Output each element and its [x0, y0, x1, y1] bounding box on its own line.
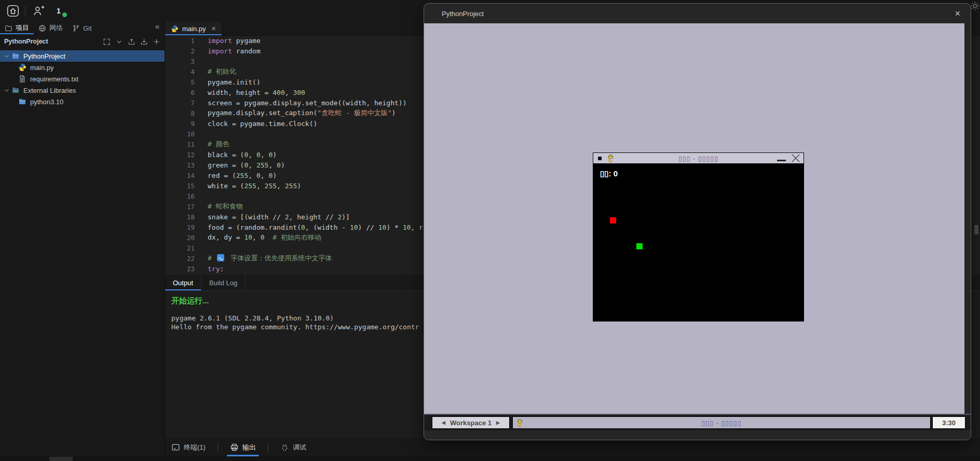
sidebar-tab-project[interactable]: 项目: [0, 22, 34, 34]
taskbar-remnant: [49, 457, 73, 461]
code-text: clock = pygame.time.Clock(): [195, 120, 317, 128]
add-user-icon[interactable]: [32, 4, 45, 18]
download-icon[interactable]: [140, 38, 148, 46]
tree-item-label: External Libraries: [23, 87, 76, 94]
editor-scrollbar-thumb[interactable]: [974, 225, 978, 234]
line-number: 21: [165, 244, 195, 252]
python-icon: [18, 63, 26, 72]
tree-item-external-libraries[interactable]: External Libraries: [0, 85, 165, 96]
close-game-window-icon[interactable]: [791, 153, 800, 163]
tree-item-main-py[interactable]: main.py: [0, 62, 165, 73]
pygame-titlebar[interactable]: ▯▯▯ - ▯▯▯▯▯: [593, 153, 804, 164]
task-button-title: ▯▯▯ - ▯▯▯▯▯: [513, 419, 930, 427]
tree-chevron: [3, 87, 10, 94]
code-text: # 字体设置：优先使用系统中文字体: [195, 254, 332, 263]
line-number: 14: [165, 172, 195, 179]
upload-icon[interactable]: [128, 38, 135, 46]
header-divider: [25, 6, 25, 16]
tree-item-python3-10[interactable]: python3.10: [0, 96, 165, 107]
sidebar-tab-label: Git: [83, 24, 92, 32]
expand-all-icon[interactable]: [103, 38, 111, 46]
code-text: black = (0, 0, 0): [195, 151, 277, 159]
code-text: screen = pygame.display.set_mode((width,…: [195, 99, 407, 107]
printer-icon: [230, 443, 239, 452]
terminal-icon: [171, 443, 180, 452]
sidebar-tab-git[interactable]: Git: [67, 22, 97, 34]
code-text: pygame.display.set_caption("贪吃蛇 - 极简中文版"…: [195, 108, 396, 118]
project-panel-title: PythonProject: [4, 38, 103, 45]
gear-icon[interactable]: [970, 1, 980, 11]
prev-workspace-icon[interactable]: ◀: [442, 420, 445, 425]
sidebar-tab-network[interactable]: 网络: [34, 22, 67, 34]
add-icon[interactable]: [153, 38, 160, 46]
line-number: 12: [165, 151, 195, 159]
taskbar-task-button[interactable]: ▯▯▯ - ▯▯▯▯▯: [512, 416, 931, 429]
code-text: try:: [195, 265, 224, 273]
line-number: 5: [165, 78, 195, 86]
folder-tab-icon: [5, 24, 12, 32]
code-text: width, height = 400, 300: [195, 89, 305, 96]
snake-segment: [610, 217, 616, 223]
line-number: 3: [165, 58, 195, 65]
code-text: pygame.init(): [195, 78, 261, 86]
bottom-tab-label: 调试: [293, 443, 306, 452]
chevron-down-icon[interactable]: [115, 38, 123, 46]
output-tab-build-log[interactable]: Build Log: [201, 275, 246, 290]
bottom-toolbar: 终端(1)输出调试: [165, 438, 980, 456]
content-right-gutter: [964, 23, 971, 414]
line-number: 20: [165, 234, 195, 242]
bottom-tab-输出[interactable]: 输出: [229, 438, 257, 456]
inline-hint-icon: [217, 254, 224, 261]
line-number: 7: [165, 99, 195, 107]
code-text: snake = [(width // 2, height // 2)]: [195, 213, 350, 221]
notification-count[interactable]: 1: [57, 7, 61, 15]
workspace-label: Workspace 1: [450, 419, 492, 427]
workspace-switcher[interactable]: ◀ Workspace 1 ▶: [432, 416, 510, 429]
pygame-window-title: ▯▯▯ - ▯▯▯▯▯: [593, 155, 804, 162]
tree-item-pythonproject[interactable]: PythonProject: [0, 50, 165, 62]
line-number: 10: [165, 130, 195, 138]
minimize-window-icon[interactable]: [777, 160, 786, 161]
desktop-taskbar: ◀ Workspace 1 ▶ ▯▯▯ - ▯▯▯▯▯ 3:30: [424, 414, 971, 430]
tree-item-label: python3.10: [30, 98, 63, 106]
line-number: 16: [165, 192, 195, 200]
line-number: 11: [165, 141, 195, 148]
code-text: red = (255, 0, 0): [195, 172, 277, 179]
output-tab-output[interactable]: Output: [165, 275, 201, 290]
score-label: ▯▯: 0: [600, 169, 618, 178]
project-panel-header: PythonProject: [0, 34, 165, 49]
bottom-tab-调试[interactable]: 调试: [279, 438, 307, 456]
code-text: food = (random.randint(0, (width - 10) /…: [195, 223, 427, 231]
line-number: 18: [165, 213, 195, 221]
code-text: import random: [195, 47, 261, 55]
code-text: green = (0, 255, 0): [195, 161, 285, 169]
panel-actions: [103, 38, 160, 46]
sidebar: 项目网络Git « PythonProject PythonProjectmai…: [0, 22, 165, 456]
library-folder-icon: [11, 86, 20, 94]
floating-window-titlebar[interactable]: PythonProject ×: [424, 4, 971, 23]
online-status-dot: [61, 11, 68, 18]
next-workspace-icon[interactable]: ▶: [496, 420, 500, 425]
remote-desktop-view[interactable]: ▯▯▯ - ▯▯▯▯▯ ▯▯: 0: [424, 23, 971, 414]
bottom-tab-终端-1[interactable]: 终端(1): [170, 438, 207, 456]
game-canvas: ▯▯: 0: [593, 164, 804, 321]
globe-icon: [38, 24, 46, 32]
close-tab-icon[interactable]: ×: [212, 24, 216, 33]
tree-item-label: PythonProject: [23, 52, 65, 60]
code-text: import pygame: [195, 37, 261, 45]
line-number: 1: [165, 37, 195, 45]
home-icon[interactable]: [6, 4, 20, 18]
tree-item-requirements-txt[interactable]: requirements.txt: [0, 73, 165, 85]
code-text: dx, dy = 10, 0 # 初始向右移动: [195, 233, 321, 242]
toolbar-divider: [217, 443, 218, 452]
sidebar-tabs-inner: 项目网络Git: [0, 22, 97, 34]
tab-main-py[interactable]: main.py ×: [165, 22, 222, 35]
git-branch-icon: [72, 24, 80, 32]
project-tree: PythonProjectmain.pyrequirements.txtExte…: [0, 50, 165, 107]
collapse-sidebar-button[interactable]: «: [155, 22, 159, 31]
bottom-tab-label: 输出: [242, 443, 256, 452]
code-text: white = (255, 255, 255): [195, 182, 301, 190]
close-window-icon[interactable]: ×: [955, 9, 960, 18]
line-number: 13: [165, 161, 195, 169]
file-icon: [18, 75, 26, 83]
